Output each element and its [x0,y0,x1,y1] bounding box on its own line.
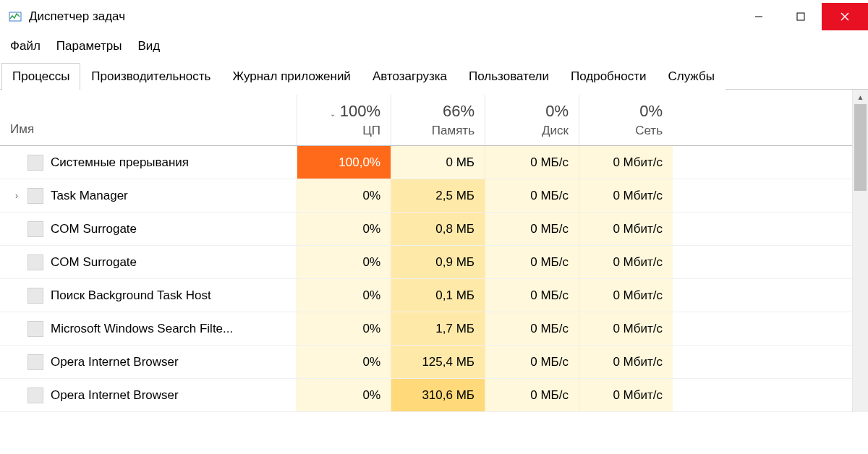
table-row[interactable]: Opera Internet Browser0%125,4 МБ0 МБ/с0 … [0,346,852,379]
process-name-cell: Opera Internet Browser [0,387,297,403]
process-name-cell: Системные прерывания [0,155,297,171]
network-cell: 0 Мбит/с [579,312,673,345]
menu-file[interactable]: Файл [10,39,41,53]
app-icon [7,9,23,25]
cpu-header-label: ЦП [302,124,380,138]
maximize-button[interactable] [780,3,822,30]
process-name-cell: Microsoft Windows Search Filte... [0,321,297,337]
disk-cell: 0 МБ/с [485,312,579,345]
process-name: Task Manager [51,189,128,203]
tab-users[interactable]: Пользователи [458,63,560,90]
svg-rect-2 [797,13,804,20]
tab-startup[interactable]: Автозагрузка [362,63,458,90]
network-cell: 0 Мбит/с [579,146,673,179]
disk-cell: 0 МБ/с [485,379,579,411]
process-name: Opera Internet Browser [51,355,179,369]
cpu-cell: 0% [297,346,391,378]
tab-processes[interactable]: Процессы [1,63,80,90]
table-row[interactable]: Системные прерывания100,0%0 МБ0 МБ/с0 Мб… [0,146,852,179]
network-cell: 0 Мбит/с [579,346,673,378]
tab-app-history[interactable]: Журнал приложений [221,63,362,90]
column-memory[interactable]: 66% Память [391,95,485,145]
cpu-cell: 100,0% [297,146,391,179]
mem-header-label: Память [396,124,475,138]
menubar: Файл Параметры Вид [0,33,868,62]
table-row[interactable]: ›Task Manager0%2,5 МБ0 МБ/с0 Мбит/с [0,179,852,213]
memory-cell: 0,1 МБ [391,279,485,312]
cpu-cell: 0% [297,279,391,312]
table-row[interactable]: Opera Internet Browser0%310,6 МБ0 МБ/с0 … [0,379,852,412]
rows-container: Системные прерывания100,0%0 МБ0 МБ/с0 Мб… [0,146,852,412]
memory-cell: 310,6 МБ [391,379,485,411]
titlebar: Диспетчер задач [0,0,868,33]
minimize-button[interactable] [738,3,780,30]
table-row[interactable]: COM Surrogate0%0,8 МБ0 МБ/с0 Мбит/с [0,213,852,246]
disk-cell: 0 МБ/с [485,246,579,278]
close-button[interactable] [822,3,868,30]
table-row[interactable]: Поиск Background Task Host0%0,1 МБ0 МБ/с… [0,279,852,312]
process-icon [27,254,43,270]
process-name: Microsoft Windows Search Filte... [51,322,233,336]
process-icon [27,321,43,337]
scroll-up-icon[interactable]: ▲ [853,90,868,104]
process-name: Поиск Background Task Host [51,288,211,303]
network-cell: 0 Мбит/с [579,246,673,278]
menu-options[interactable]: Параметры [56,39,122,53]
process-icon [27,221,43,237]
column-cpu[interactable]: ⌄100% ЦП [297,95,391,145]
process-icon [27,387,43,403]
process-name-cell: COM Surrogate [0,254,297,270]
process-name-cell: COM Surrogate [0,221,297,237]
mem-header-pct: 66% [396,102,475,121]
cpu-header-pct: 100% [340,102,380,120]
process-icon [27,188,43,204]
disk-header-label: Диск [490,124,569,138]
tab-details[interactable]: Подробности [560,63,658,90]
expand-icon[interactable]: › [10,191,23,201]
column-network[interactable]: 0% Сеть [579,95,673,145]
disk-cell: 0 МБ/с [485,279,579,312]
process-name-cell: Opera Internet Browser [0,354,297,370]
scroll-thumb[interactable] [854,104,867,191]
menu-view[interactable]: Вид [137,39,160,53]
net-header-label: Сеть [584,124,663,138]
process-name: COM Surrogate [51,222,137,236]
disk-cell: 0 МБ/с [485,146,579,179]
cpu-cell: 0% [297,213,391,245]
network-cell: 0 Мбит/с [579,279,673,312]
process-icon [27,288,43,304]
memory-cell: 0,9 МБ [391,246,485,278]
process-icon [27,155,43,171]
process-name: Системные прерывания [51,155,189,170]
memory-cell: 0,8 МБ [391,213,485,245]
process-name: Opera Internet Browser [51,388,179,403]
disk-cell: 0 МБ/с [485,213,579,245]
memory-cell: 2,5 МБ [391,179,485,212]
vertical-scrollbar[interactable]: ▲ [852,90,868,412]
network-cell: 0 Мбит/с [579,379,673,411]
process-name-cell: ›Task Manager [0,188,297,204]
disk-header-pct: 0% [490,102,569,121]
process-table: Имя ⌄100% ЦП 66% Память 0% Диск 0% Сеть … [0,90,868,412]
memory-cell: 1,7 МБ [391,312,485,345]
tab-services[interactable]: Службы [657,63,725,90]
net-header-pct: 0% [584,102,663,121]
window-title: Диспетчер задач [29,9,125,24]
cpu-cell: 0% [297,312,391,345]
column-name[interactable]: Имя [0,122,297,145]
cpu-cell: 0% [297,379,391,411]
process-icon [27,354,43,370]
table-header: Имя ⌄100% ЦП 66% Память 0% Диск 0% Сеть [0,90,852,146]
window-controls [738,3,868,30]
tab-strip: Процессы Производительность Журнал прило… [0,62,868,90]
table-row[interactable]: COM Surrogate0%0,9 МБ0 МБ/с0 Мбит/с [0,246,852,279]
tab-performance[interactable]: Производительность [80,63,221,90]
cpu-cell: 0% [297,179,391,212]
disk-cell: 0 МБ/с [485,346,579,378]
column-disk[interactable]: 0% Диск [485,95,579,145]
process-name-cell: Поиск Background Task Host [0,288,297,304]
sort-indicator-icon: ⌄ [330,110,336,118]
table-row[interactable]: Microsoft Windows Search Filte...0%1,7 М… [0,312,852,346]
network-cell: 0 Мбит/с [579,179,673,212]
process-name: COM Surrogate [51,255,137,270]
